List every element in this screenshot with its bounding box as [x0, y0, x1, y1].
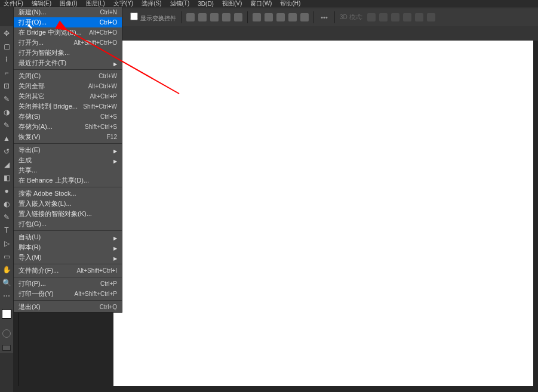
more-icon[interactable]: •••	[319, 12, 330, 23]
menu-item[interactable]: 在 Behance 上共享(D)...	[14, 175, 122, 186]
show-transform-controls-checkbox[interactable]: 显示变换控件	[130, 13, 176, 23]
mode-icon[interactable]	[391, 13, 399, 21]
dodge-tool-icon[interactable]: ◐	[2, 199, 11, 209]
menu-help[interactable]: 帮助(H)	[280, 0, 300, 8]
menu-window[interactable]: 窗口(W)	[250, 0, 272, 8]
hand-tool-icon[interactable]: ✋	[2, 265, 11, 274]
menu-item[interactable]: 关闭并转到 Bridge...Shift+Ctrl+W	[14, 101, 122, 112]
blur-tool-icon[interactable]: ●	[2, 186, 11, 196]
menu-item-label: 自动(U)	[19, 233, 41, 242]
menu-item-shortcut: Alt+Shift+Ctrl+I	[76, 267, 117, 274]
gradient-tool-icon[interactable]: ◧	[2, 173, 11, 183]
menu-select[interactable]: 选择(S)	[142, 0, 161, 8]
mode-icon[interactable]	[415, 13, 423, 21]
history-brush-icon[interactable]: ↺	[2, 147, 11, 156]
color-swatch[interactable]	[2, 309, 11, 319]
align-icon[interactable]	[222, 13, 230, 21]
marquee-tool-icon[interactable]: ▢	[2, 42, 11, 51]
menu-item-label: 存储(S)	[19, 112, 41, 121]
menu-item-shortcut: Alt+Ctrl+O	[89, 29, 117, 36]
submenu-arrow-icon	[111, 234, 117, 241]
menu-item-shortcut: Shift+Ctrl+S	[85, 124, 117, 130]
menu-item[interactable]: 打印(P)...Ctrl+P	[14, 279, 122, 289]
menu-item[interactable]: 存储(S)Ctrl+S	[14, 112, 122, 122]
patch-tool-icon[interactable]: ◑	[2, 107, 11, 117]
mode-icon[interactable]	[427, 13, 435, 21]
menu-item[interactable]: 共享...	[14, 165, 122, 175]
menu-item[interactable]: 最近打开文件(T)	[14, 58, 122, 68]
frame-tool-icon[interactable]: ⊡	[2, 81, 11, 91]
align-icon[interactable]	[210, 13, 219, 21]
distribute-icon[interactable]	[265, 13, 273, 21]
menu-item-shortcut: Alt+Ctrl+W	[88, 83, 117, 89]
mode-icon[interactable]	[379, 13, 388, 21]
type-tool-icon[interactable]: T	[2, 226, 11, 235]
zoom-tool-icon[interactable]: 🔍	[2, 278, 11, 288]
separator	[247, 11, 248, 23]
menu-item[interactable]: 关闭其它Alt+Ctrl+P	[14, 91, 122, 101]
menu-item[interactable]: 打包(G)...	[14, 219, 122, 229]
menu-item[interactable]: 打开(O)...Ctrl+O	[14, 17, 122, 27]
menu-item-label: 在 Behance 上共享(D)...	[19, 176, 89, 185]
distribute-icon[interactable]	[288, 13, 297, 21]
separator	[181, 11, 182, 23]
quick-mask-icon[interactable]	[2, 329, 11, 338]
distribute-icon[interactable]	[276, 13, 285, 21]
eyedropper-tool-icon[interactable]: ✎	[2, 94, 11, 104]
menu-item-shortcut: Alt+Shift+Ctrl+P	[75, 291, 117, 297]
menu-item-shortcut: Ctrl+W	[99, 73, 117, 79]
menu-item-label: 脚本(R)	[19, 243, 41, 252]
menu-item[interactable]: 新建(N)...Ctrl+N	[14, 7, 122, 17]
menu-item[interactable]: 生成	[14, 155, 122, 165]
menu-item[interactable]: 退出(X)Ctrl+Q	[14, 302, 122, 312]
menu-item[interactable]: 恢复(V)F12	[14, 132, 122, 142]
menu-item[interactable]: 置入嵌入对象(L)...	[14, 199, 122, 209]
align-icon[interactable]	[198, 13, 207, 21]
screen-mode-icon[interactable]	[2, 345, 11, 351]
menu-item-label: 关闭(C)	[19, 72, 41, 81]
menu-item[interactable]: 文件简介(F)...Alt+Shift+Ctrl+I	[14, 266, 122, 276]
menu-item-label: 置入嵌入对象(L)...	[19, 199, 72, 208]
canvas[interactable]	[113, 41, 533, 386]
menu-divider	[14, 230, 122, 231]
menu-item[interactable]: 打开为...Alt+Shift+Ctrl+O	[14, 38, 122, 48]
eraser-tool-icon[interactable]: ◢	[2, 160, 11, 169]
menu-view[interactable]: 视图(V)	[222, 0, 242, 8]
menu-item[interactable]: 打印一份(Y)Alt+Shift+Ctrl+P	[14, 289, 122, 299]
edit-toolbar-icon[interactable]: ⋯	[2, 291, 11, 301]
menu-item[interactable]: 脚本(R)	[14, 242, 122, 252]
submenu-arrow-icon	[111, 244, 117, 251]
path-select-icon[interactable]: ▷	[2, 239, 11, 248]
move-tool-icon[interactable]: ✥	[2, 29, 11, 38]
menu-item[interactable]: 打开为智能对象...	[14, 48, 122, 58]
menu-item[interactable]: 在 Bridge 中浏览(B)...Alt+Ctrl+O	[14, 27, 122, 38]
distribute-icon[interactable]	[300, 13, 309, 21]
align-icon[interactable]	[234, 13, 242, 21]
distribute-icon[interactable]	[253, 13, 261, 21]
mode-icon[interactable]	[367, 13, 376, 21]
menu-item[interactable]: 存储为(A)...Shift+Ctrl+S	[14, 122, 122, 132]
menu-3d[interactable]: 3D(D)	[198, 1, 214, 7]
menu-item[interactable]: 置入链接的智能对象(K)...	[14, 209, 122, 219]
menu-item-label: 最近打开文件(T)	[19, 58, 66, 67]
menu-item[interactable]: 搜索 Adobe Stock...	[14, 189, 122, 199]
menu-item[interactable]: 自动(U)	[14, 232, 122, 242]
menu-item-label: 退出(X)	[19, 303, 41, 311]
brush-tool-icon[interactable]: ✎	[2, 121, 11, 130]
menu-item[interactable]: 导出(E)	[14, 145, 122, 155]
menu-item[interactable]: 导入(M)	[14, 252, 122, 263]
crop-tool-icon[interactable]: ⌐	[2, 68, 11, 78]
menu-item-label: 打印(P)...	[19, 279, 46, 288]
menu-divider	[14, 277, 122, 277]
menu-filter[interactable]: 滤镜(T)	[170, 0, 190, 8]
align-icon[interactable]	[186, 13, 195, 21]
menu-item[interactable]: 关闭全部Alt+Ctrl+W	[14, 81, 122, 91]
stamp-tool-icon[interactable]: ▲	[2, 134, 11, 143]
menu-item-shortcut: Ctrl+O	[100, 19, 117, 26]
mode-icon[interactable]	[403, 13, 411, 21]
lasso-tool-icon[interactable]: ⌇	[2, 55, 11, 64]
pen-tool-icon[interactable]: ✎	[2, 212, 11, 222]
submenu-arrow-icon	[111, 254, 117, 261]
shape-tool-icon[interactable]: ▭	[2, 252, 11, 261]
menu-item[interactable]: 关闭(C)Ctrl+W	[14, 71, 122, 81]
